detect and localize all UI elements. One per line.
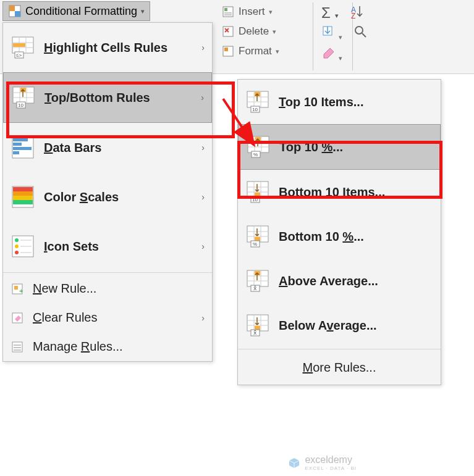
- chevron-right-icon: ›: [201, 241, 205, 251]
- top-bottom-icon: 10: [11, 85, 36, 110]
- menu-item-label: New Rule...: [33, 282, 96, 296]
- svg-rect-36: [13, 147, 32, 150]
- svg-rect-39: [13, 187, 33, 191]
- dropdown-caret-icon: ▾: [269, 8, 273, 16]
- conditional-formatting-label: Conditional Formatting: [25, 5, 137, 18]
- svg-rect-42: [13, 200, 33, 204]
- menu-item-label: Highlight Cells Rules: [44, 41, 167, 55]
- editing-group-2: ▾: [321, 25, 368, 42]
- chevron-right-icon: ›: [201, 43, 205, 52]
- top-10-items-icon: 10: [245, 90, 270, 114]
- svg-text:≤>: ≤>: [16, 52, 22, 58]
- clear-rules-icon: [11, 311, 24, 325]
- dropdown-caret-icon: ▾: [273, 28, 276, 36]
- watermark-logo-icon: [287, 456, 301, 470]
- menu-item-label: Data Bars: [44, 141, 101, 155]
- menu-item-label: Clear Rules: [33, 311, 98, 325]
- submenu-below-average[interactable]: x̄ Below Average...: [238, 303, 441, 348]
- menu-new-rule[interactable]: + New Rule...: [3, 274, 212, 303]
- icon-sets-icon: [11, 234, 35, 259]
- menu-item-label: Manage Rules...: [33, 340, 123, 354]
- submenu-item-label: Bottom 10 Items...: [279, 185, 385, 199]
- svg-rect-2: [15, 11, 20, 17]
- menu-top-bottom-rules[interactable]: 10 Top/Bottom Rules ›: [3, 72, 212, 123]
- submenu-bottom-10-percent[interactable]: % Bottom 10 %...: [238, 214, 441, 259]
- svg-rect-37: [13, 151, 19, 154]
- data-bars-icon: [11, 135, 35, 160]
- svg-rect-22: [13, 43, 25, 47]
- chevron-right-icon: ›: [201, 93, 204, 102]
- chevron-right-icon: ›: [201, 313, 205, 323]
- dropdown-caret-icon: ▾: [276, 48, 279, 56]
- bottom-10-percent-icon: %: [245, 224, 270, 249]
- svg-rect-54: [12, 342, 22, 352]
- top-10-percent-icon: %: [246, 135, 271, 159]
- svg-text:10: 10: [252, 107, 258, 112]
- svg-rect-34: [13, 138, 28, 141]
- submenu-above-average[interactable]: x̄ Above Average...: [238, 259, 441, 303]
- submenu-more-rules[interactable]: More Rules...: [238, 351, 441, 385]
- menu-separator: [238, 349, 441, 349]
- watermark-text: exceldemy: [305, 454, 352, 465]
- highlight-cells-icon: ≤>: [11, 35, 35, 60]
- top-bottom-submenu: 10 Top 10 Items... % Top 10 %... 10 Bott…: [237, 79, 441, 385]
- autosum-icon[interactable]: Σ ▾: [321, 4, 339, 22]
- sort-filter-icon[interactable]: AZ: [350, 4, 366, 22]
- delete-icon: [221, 25, 235, 38]
- svg-point-15: [355, 27, 363, 34]
- new-rule-icon: +: [11, 282, 24, 296]
- menu-item-label: Top/Bottom Rules: [44, 91, 150, 105]
- format-label: Format: [239, 45, 272, 57]
- editing-group-3: ▾: [321, 46, 342, 63]
- submenu-item-label: Below Average...: [279, 319, 377, 333]
- svg-text:+: +: [19, 287, 23, 294]
- conditional-formatting-menu: ≤> Highlight Cells Rules › 10 Top/Bottom…: [2, 22, 213, 362]
- menu-manage-rules[interactable]: Manage Rules...: [3, 332, 212, 361]
- watermark: exceldemy EXCEL · DATA · BI: [287, 454, 357, 471]
- menu-color-scales[interactable]: Color Scales ›: [3, 172, 212, 222]
- svg-point-44: [15, 238, 19, 242]
- svg-text:%: %: [253, 241, 257, 247]
- insert-label: Insert: [239, 6, 265, 18]
- bottom-10-items-icon: 10: [245, 180, 270, 204]
- submenu-bottom-10-items[interactable]: 10 Bottom 10 Items...: [238, 170, 441, 214]
- conditional-formatting-button[interactable]: Conditional Formatting ▾: [2, 1, 150, 21]
- menu-data-bars[interactable]: Data Bars ›: [3, 123, 212, 172]
- insert-icon: [221, 5, 235, 19]
- delete-label: Delete: [239, 25, 269, 38]
- below-average-icon: x̄: [245, 313, 270, 338]
- svg-text:Z: Z: [351, 12, 355, 20]
- watermark-subtext: EXCEL · DATA · BI: [305, 466, 357, 471]
- svg-rect-51: [14, 286, 18, 290]
- svg-rect-11: [224, 48, 228, 51]
- svg-rect-40: [13, 191, 33, 196]
- fill-icon[interactable]: ▾: [321, 25, 342, 42]
- svg-line-16: [362, 33, 366, 37]
- svg-text:%: %: [253, 152, 258, 157]
- svg-text:10: 10: [252, 197, 258, 203]
- chevron-right-icon: ›: [201, 192, 205, 202]
- menu-icon-sets[interactable]: Icon Sets ›: [3, 222, 212, 271]
- svg-rect-4: [224, 8, 227, 11]
- conditional-formatting-icon: [8, 4, 22, 18]
- submenu-top-10-percent[interactable]: % Top 10 %...: [238, 124, 441, 170]
- submenu-item-label: Top 10 %...: [279, 140, 343, 154]
- svg-point-45: [15, 244, 19, 248]
- format-button[interactable]: Format ▾: [221, 42, 469, 61]
- find-select-icon[interactable]: [353, 25, 368, 42]
- submenu-item-label: Above Average...: [279, 274, 378, 288]
- editing-group: Σ ▾ AZ: [321, 4, 366, 22]
- svg-rect-1: [9, 6, 15, 11]
- menu-item-label: Color Scales: [44, 190, 119, 204]
- menu-clear-rules[interactable]: Clear Rules ›: [3, 303, 212, 332]
- menu-separator: [3, 272, 212, 273]
- clear-icon[interactable]: ▾: [321, 46, 342, 63]
- menu-highlight-cells-rules[interactable]: ≤> Highlight Cells Rules ›: [3, 23, 212, 72]
- svg-rect-35: [13, 143, 22, 146]
- above-average-icon: x̄: [245, 269, 270, 293]
- dropdown-caret-icon: ▾: [141, 7, 145, 15]
- submenu-item-label: More Rules...: [303, 361, 376, 375]
- submenu-top-10-items[interactable]: 10 Top 10 Items...: [238, 80, 441, 124]
- color-scales-icon: [11, 185, 35, 209]
- menu-item-label: Icon Sets: [44, 240, 99, 254]
